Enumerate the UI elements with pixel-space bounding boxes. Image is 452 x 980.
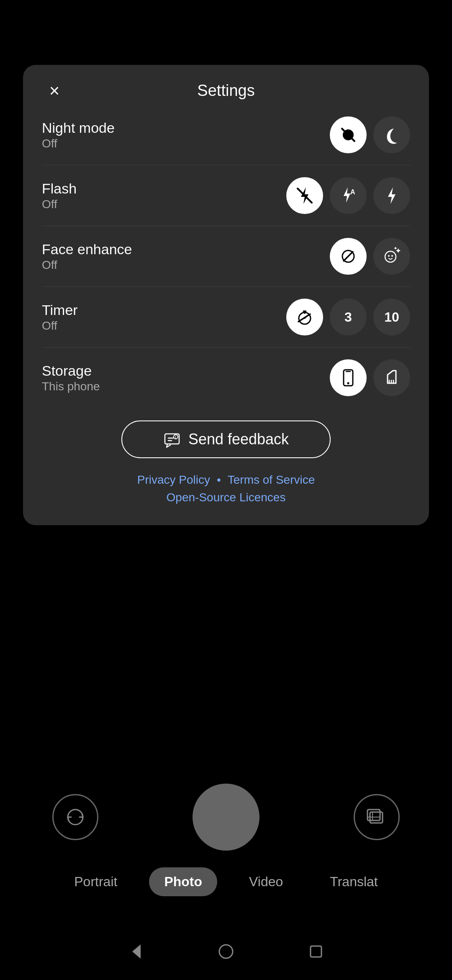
flash-auto-btn[interactable]: A	[330, 177, 367, 214]
home-button[interactable]	[215, 940, 238, 963]
links-row-2: Open-Source Licences	[42, 491, 410, 504]
mode-photo-tab[interactable]: Photo	[149, 867, 217, 896]
flash-on-btn[interactable]	[373, 177, 410, 214]
face-enhance-value: Off	[42, 258, 330, 272]
send-feedback-button[interactable]: ! Send feedback	[121, 420, 331, 458]
setting-row-face-enhance: Face enhance Off ✦ ✦	[42, 238, 410, 275]
svg-rect-36	[311, 946, 321, 957]
flash-off-btn[interactable]	[286, 177, 323, 214]
timer-off-icon	[294, 307, 315, 328]
face-stars-icon: ✦ ✦	[381, 246, 402, 267]
timer-10s-label: 10	[384, 309, 399, 325]
storage-phone-btn[interactable]	[330, 359, 367, 396]
setting-row-storage: Storage This phone	[42, 359, 410, 396]
moon-icon	[381, 124, 402, 145]
mode-video-tab[interactable]: Video	[234, 867, 298, 896]
gallery-button[interactable]	[354, 794, 400, 840]
svg-text:A: A	[350, 188, 355, 196]
shutter-button[interactable]	[193, 784, 259, 851]
settings-modal: × Settings Night mode Off	[23, 65, 429, 525]
home-icon	[215, 940, 238, 963]
timer-icons: 3 10	[286, 299, 410, 335]
night-mode-off-icon	[338, 124, 359, 145]
night-mode-value: Off	[42, 137, 330, 150]
gallery-icon	[364, 805, 389, 830]
face-enhance-off-icon	[338, 246, 359, 267]
storage-value: This phone	[42, 380, 330, 393]
storage-sdcard-btn[interactable]	[373, 359, 410, 396]
svg-marker-6	[388, 187, 396, 204]
timer-value: Off	[42, 319, 286, 333]
svg-point-10	[388, 255, 390, 257]
feedback-label: Send feedback	[188, 431, 289, 448]
svg-line-8	[344, 252, 353, 261]
svg-point-20	[347, 382, 349, 384]
svg-marker-34	[132, 944, 141, 959]
flash-label: Flash	[42, 181, 286, 197]
face-enhance-icons: ✦ ✦	[330, 238, 410, 275]
storage-label: Storage	[42, 363, 330, 379]
sdcard-icon	[381, 367, 402, 388]
feedback-section: ! Send feedback	[42, 408, 410, 473]
opensource-licences-link[interactable]: Open-Source Licences	[167, 491, 286, 504]
night-mode-label: Night mode	[42, 120, 330, 136]
face-enhance-label: Face enhance	[42, 241, 330, 258]
feedback-icon: !	[163, 431, 181, 448]
svg-point-11	[391, 255, 393, 257]
divider-1	[42, 165, 410, 165]
setting-row-flash: Flash Off A	[42, 177, 410, 214]
navigation-bar	[0, 940, 452, 963]
setting-row-timer: Timer Off 3 10	[42, 299, 410, 335]
recents-button[interactable]	[305, 940, 328, 963]
flip-camera-button[interactable]	[52, 794, 98, 840]
storage-icons	[330, 359, 410, 396]
camera-mode-tabs: Portrait Photo Video Translat	[0, 867, 452, 896]
svg-point-35	[219, 945, 233, 958]
night-mode-off-btn[interactable]	[330, 116, 367, 153]
flash-value: Off	[42, 198, 286, 211]
flash-on-icon	[381, 185, 402, 206]
back-button[interactable]	[125, 940, 148, 963]
face-enhance-on-btn[interactable]: ✦ ✦	[373, 238, 410, 275]
timer-3s-label: 3	[344, 309, 352, 325]
timer-10s-btn[interactable]: 10	[373, 299, 410, 335]
timer-label: Timer	[42, 302, 286, 318]
timer-3s-btn[interactable]: 3	[330, 299, 367, 335]
mode-portrait-tab[interactable]: Portrait	[59, 867, 132, 896]
night-mode-on-btn[interactable]	[373, 116, 410, 153]
flash-off-icon	[294, 185, 315, 206]
svg-text:✦: ✦	[393, 246, 398, 251]
setting-row-night-mode: Night mode Off	[42, 116, 410, 153]
divider-3	[42, 286, 410, 287]
night-mode-icons	[330, 116, 410, 153]
camera-shutter-controls	[0, 784, 452, 851]
svg-point-9	[385, 251, 396, 262]
flash-icons: A	[286, 177, 410, 214]
terms-of-service-link[interactable]: Terms of Service	[228, 473, 315, 487]
separator: •	[217, 473, 221, 487]
links-row-1: Privacy Policy • Terms of Service	[42, 473, 410, 487]
divider-4	[42, 347, 410, 348]
settings-header: × Settings	[42, 82, 410, 100]
settings-title: Settings	[197, 82, 254, 100]
close-button[interactable]: ×	[42, 78, 67, 103]
flash-auto-icon: A	[338, 185, 359, 206]
privacy-policy-link[interactable]: Privacy Policy	[137, 473, 210, 487]
flip-camera-icon	[63, 805, 88, 830]
camera-controls-bar: Portrait Photo Video Translat	[0, 784, 452, 896]
links-section: Privacy Policy • Terms of Service Open-S…	[42, 473, 410, 504]
phone-storage-icon	[338, 367, 359, 388]
mode-translate-tab[interactable]: Translat	[315, 867, 393, 896]
divider-2	[42, 226, 410, 226]
recents-icon	[305, 940, 328, 963]
svg-marker-4	[344, 187, 350, 203]
back-icon	[125, 940, 148, 963]
timer-off-btn[interactable]	[286, 299, 323, 335]
face-enhance-off-btn[interactable]	[330, 238, 367, 275]
svg-text:!: !	[175, 435, 176, 439]
